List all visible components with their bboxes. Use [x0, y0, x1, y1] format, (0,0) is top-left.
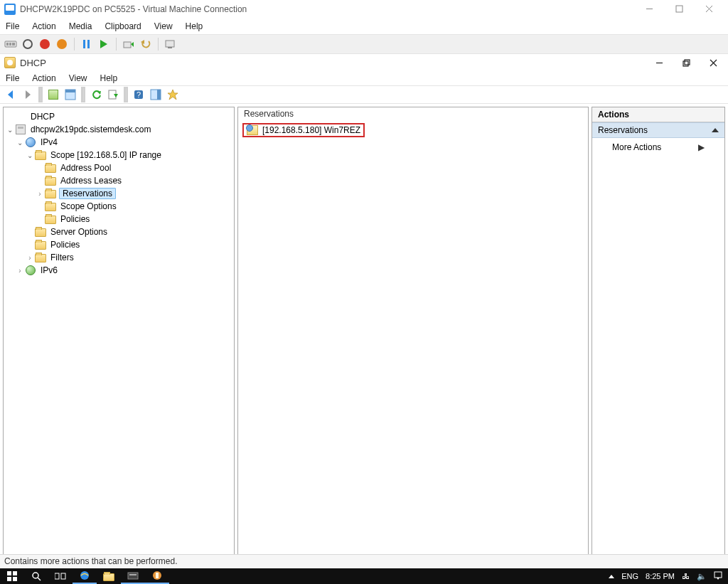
- tray-notifications-icon[interactable]: [714, 571, 722, 581]
- status-bar: Contains more actions that can be perfor…: [0, 554, 728, 568]
- svg-rect-23: [65, 90, 75, 92]
- tree-node-scope-options[interactable]: Scope Options: [5, 200, 232, 213]
- actions-header: Actions: [592, 107, 724, 122]
- svg-rect-44: [156, 573, 159, 578]
- tree-node-dhcp[interactable]: DHCP: [5, 110, 232, 123]
- svg-marker-10: [100, 40, 107, 48]
- revert-button[interactable]: [139, 38, 152, 51]
- tree-node-scope[interactable]: ⌄Scope [192.168.5.0] IP range: [5, 149, 232, 161]
- dhcp-menubar: File Action View Help: [0, 71, 728, 85]
- enhanced-session-button[interactable]: [164, 38, 177, 51]
- svg-rect-17: [685, 60, 690, 65]
- svg-rect-14: [168, 47, 172, 48]
- taskbar-explorer-icon[interactable]: [97, 568, 121, 584]
- refresh-button[interactable]: [88, 87, 104, 102]
- tree-node-address-pool[interactable]: Address Pool: [5, 161, 232, 174]
- help-button[interactable]: ?: [131, 87, 146, 102]
- turnoff-button[interactable]: [38, 38, 51, 51]
- checkpoint-button[interactable]: [122, 38, 135, 51]
- vm-maximize-button[interactable]: [664, 0, 694, 18]
- dhcp-menu-help[interactable]: Help: [100, 73, 118, 83]
- ctrl-alt-del-button[interactable]: [4, 38, 17, 51]
- vm-toolbar: [0, 34, 728, 54]
- dhcp-close-button[interactable]: [702, 54, 724, 71]
- vm-menu-clipboard[interactable]: Clipboard: [105, 21, 141, 31]
- tree-node-server-policies[interactable]: Policies: [5, 238, 232, 251]
- svg-line-37: [38, 578, 41, 580]
- tree-node-reservations[interactable]: ›Reservations: [5, 187, 232, 200]
- svg-marker-21: [26, 90, 31, 99]
- svg-text:?: ?: [136, 90, 141, 99]
- svg-rect-32: [7, 571, 11, 575]
- tray-language[interactable]: ENG: [621, 572, 638, 580]
- dhcp-menu-view[interactable]: View: [69, 73, 87, 83]
- show-hide-action-pane-button[interactable]: [148, 87, 164, 102]
- vm-menu-action[interactable]: Action: [32, 21, 55, 31]
- results-header: Reservations: [238, 107, 588, 122]
- reset-button[interactable]: [97, 38, 110, 51]
- more-actions-item[interactable]: More Actions ▶: [592, 138, 724, 156]
- svg-rect-38: [55, 573, 59, 579]
- svg-marker-46: [717, 578, 719, 580]
- tree-node-scope-policies[interactable]: Policies: [5, 213, 232, 225]
- dhcp-restore-button[interactable]: [675, 54, 697, 71]
- forward-button[interactable]: [20, 87, 36, 102]
- svg-rect-6: [9, 43, 11, 46]
- taskbar-ie-icon[interactable]: [73, 568, 97, 584]
- system-tray: ENG 8:25 PM 🖧 🔈: [603, 571, 728, 581]
- taskbar-search-icon[interactable]: [24, 568, 48, 584]
- taskbar-server-manager-icon[interactable]: [121, 568, 145, 584]
- tray-clock[interactable]: 8:25 PM: [646, 572, 675, 580]
- actions-section-label: Reservations: [598, 125, 648, 135]
- back-button[interactable]: [3, 87, 18, 102]
- vm-menu-view[interactable]: View: [154, 21, 173, 31]
- vm-minimize-button[interactable]: [634, 0, 664, 18]
- toolbar-separator: [81, 87, 85, 102]
- dhcp-menu-action[interactable]: Action: [32, 73, 55, 83]
- results-pane: Reservations [192.168.5.180] Win7REZ: [237, 107, 589, 566]
- svg-marker-20: [8, 90, 13, 99]
- svg-rect-9: [87, 40, 90, 48]
- svg-rect-41: [128, 573, 138, 579]
- shutdown-button[interactable]: [55, 38, 68, 51]
- windows-taskbar: ENG 8:25 PM 🖧 🔈: [0, 568, 728, 584]
- start-menu-button[interactable]: [0, 568, 24, 584]
- tree-node-address-leases[interactable]: Address Leases: [5, 174, 232, 187]
- show-hide-tree-button[interactable]: [46, 87, 61, 102]
- console-tree-pane: DHCP ⌄dhcpw2k19pdc.sistemdesk.com ⌄IPv4 …: [3, 107, 235, 566]
- reservation-label: [192.168.5.180] Win7REZ: [262, 125, 360, 135]
- tray-overflow-icon[interactable]: [609, 575, 614, 578]
- start-button[interactable]: [21, 38, 34, 51]
- dhcp-minimize-button[interactable]: [648, 54, 670, 71]
- dhcp-title: DHCP: [20, 58, 648, 68]
- vm-close-button[interactable]: [694, 0, 724, 18]
- pause-button[interactable]: [80, 38, 93, 51]
- vm-title: DHCPW2K19PDC on PC5525 - Virtual Machine…: [20, 4, 634, 14]
- svg-rect-30: [157, 90, 161, 100]
- tree-node-ipv4[interactable]: ⌄IPv4: [5, 136, 232, 149]
- actions-section-reservations[interactable]: Reservations: [592, 122, 724, 138]
- chevron-right-icon: ▶: [698, 142, 705, 152]
- export-list-button[interactable]: [105, 87, 121, 102]
- taskbar-dhcp-icon[interactable]: [145, 568, 169, 584]
- vm-titlebar: DHCPW2K19PDC on PC5525 - Virtual Machine…: [0, 0, 728, 18]
- svg-marker-31: [168, 90, 178, 100]
- svg-rect-33: [13, 571, 17, 575]
- vm-menu-media[interactable]: Media: [69, 21, 92, 31]
- taskbar-taskview-icon[interactable]: [48, 568, 73, 584]
- tray-volume-icon[interactable]: 🔈: [697, 572, 707, 581]
- vm-menu-file[interactable]: File: [6, 21, 19, 31]
- tree-node-server[interactable]: ⌄dhcpw2k19pdc.sistemdesk.com: [5, 123, 232, 136]
- tray-network-icon[interactable]: 🖧: [682, 572, 690, 580]
- dhcp-menu-file[interactable]: File: [6, 73, 19, 83]
- tree-node-server-options[interactable]: Server Options: [5, 225, 232, 238]
- svg-rect-8: [83, 40, 85, 48]
- vm-menu-help[interactable]: Help: [186, 21, 203, 31]
- new-action-button[interactable]: [165, 87, 181, 102]
- tree-node-filters[interactable]: ›Filters: [5, 251, 232, 264]
- properties-button[interactable]: [63, 87, 78, 102]
- toolbar-separator: [38, 87, 43, 102]
- tree-node-ipv6[interactable]: ›IPv6: [5, 264, 232, 277]
- reservation-item[interactable]: [192.168.5.180] Win7REZ: [242, 123, 365, 137]
- svg-rect-34: [7, 577, 11, 581]
